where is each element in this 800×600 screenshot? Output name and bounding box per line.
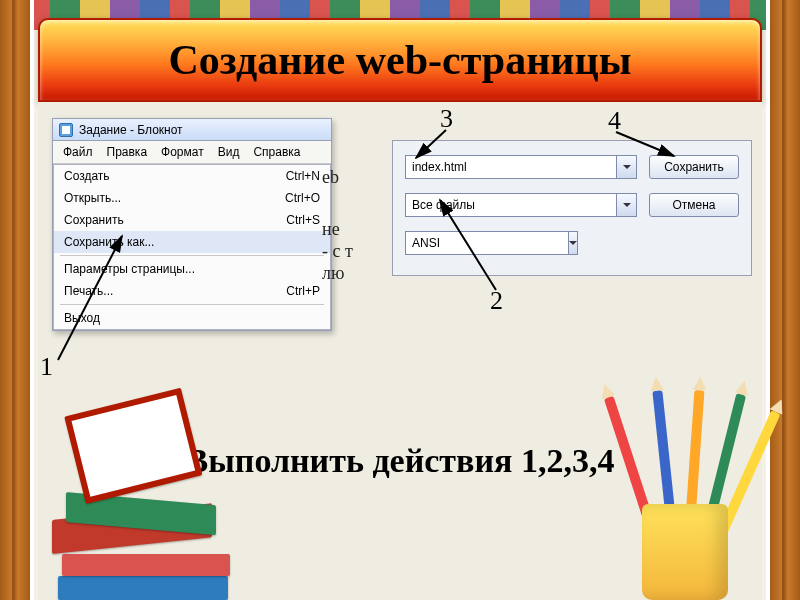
file-menu-label: Сохранить как... — [64, 235, 154, 249]
file-menu-item[interactable]: Параметры страницы... — [54, 258, 330, 280]
chevron-down-icon[interactable] — [569, 231, 578, 255]
slide: Создание web-страницы Задание - Блокнот … — [0, 0, 800, 600]
menu-file[interactable]: Файл — [57, 143, 99, 161]
cancel-button[interactable]: Отмена — [649, 193, 739, 217]
file-menu-item[interactable]: Сохранить Ctrl+S — [54, 209, 330, 231]
encoding-field[interactable] — [405, 231, 569, 255]
file-menu-item[interactable]: Выход — [54, 307, 330, 329]
menu-format[interactable]: Формат — [155, 143, 210, 161]
filetype-field[interactable] — [405, 193, 617, 217]
fragment-line: eb — [322, 166, 353, 188]
file-menu-label: Сохранить — [64, 213, 124, 227]
file-menu-item[interactable]: Печать... Ctrl+P — [54, 280, 330, 302]
notepad-menubar: Файл Правка Формат Вид Справка — [53, 141, 331, 164]
file-menu-item[interactable]: Открыть... Ctrl+O — [54, 187, 330, 209]
decor-pencil-cup — [612, 410, 752, 600]
callout-3: 3 — [440, 104, 453, 134]
decor-shelf-right — [766, 0, 800, 600]
file-menu-shortcut: Ctrl+S — [286, 213, 320, 227]
encoding-combo[interactable] — [405, 231, 525, 261]
fragment-line: лю — [322, 262, 353, 284]
file-menu-label: Выход — [64, 311, 100, 325]
decor-shelf-left — [0, 0, 34, 600]
filename-combo[interactable] — [405, 155, 637, 185]
notepad-window: Задание - Блокнот Файл Правка Формат Вид… — [52, 118, 332, 331]
slide-title: Создание web-страницы — [168, 36, 631, 84]
filename-field[interactable] — [405, 155, 617, 179]
decor-book-stack — [52, 450, 242, 600]
file-menu-item-save-as[interactable]: Сохранить как... — [54, 231, 330, 253]
menu-view[interactable]: Вид — [212, 143, 246, 161]
menu-help[interactable]: Справка — [247, 143, 306, 161]
filetype-combo[interactable] — [405, 193, 637, 223]
chevron-down-icon[interactable] — [617, 155, 637, 179]
title-banner: Создание web-страницы — [38, 18, 762, 102]
content-area: Задание - Блокнот Файл Правка Формат Вид… — [38, 102, 762, 600]
callout-2: 2 — [490, 286, 503, 316]
fragment-line: не — [322, 218, 353, 240]
file-menu-label: Создать — [64, 169, 110, 183]
menu-separator — [60, 255, 324, 256]
callout-4: 4 — [608, 106, 621, 136]
file-menu-label: Печать... — [64, 284, 113, 298]
notepad-titlebar: Задание - Блокнот — [53, 119, 331, 141]
chevron-down-icon[interactable] — [617, 193, 637, 217]
file-menu-shortcut: Ctrl+P — [286, 284, 320, 298]
save-dialog: Сохранить Отмена — [392, 140, 752, 276]
menu-edit[interactable]: Правка — [101, 143, 154, 161]
save-button[interactable]: Сохранить — [649, 155, 739, 179]
file-menu-shortcut: Ctrl+O — [285, 191, 320, 205]
notepad-body-fragment: eb не - с т лю — [322, 166, 353, 284]
file-menu-label: Параметры страницы... — [64, 262, 195, 276]
file-menu-item[interactable]: Создать Ctrl+N — [54, 165, 330, 187]
notepad-title-text: Задание - Блокнот — [79, 123, 183, 137]
file-menu-shortcut: Ctrl+N — [286, 169, 320, 183]
fragment-line: - с т — [322, 240, 353, 262]
file-menu-label: Открыть... — [64, 191, 121, 205]
menu-separator — [60, 304, 324, 305]
file-dropdown: Создать Ctrl+N Открыть... Ctrl+O Сохрани… — [53, 164, 331, 330]
callout-1: 1 — [40, 352, 53, 382]
notepad-icon — [59, 123, 73, 137]
